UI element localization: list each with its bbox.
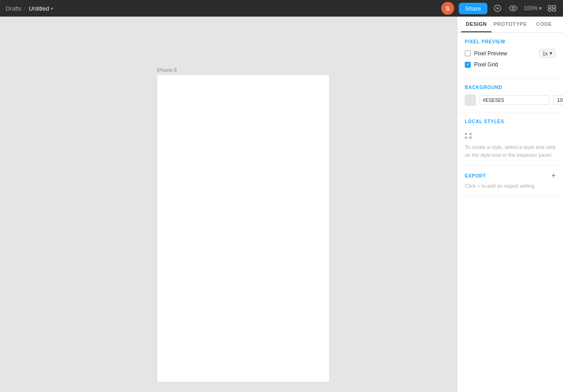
pixel-grid-label: Pixel Grid (474, 61, 498, 68)
svg-rect-6 (552, 6, 556, 8)
pixel-preview-checkbox[interactable] (465, 50, 471, 56)
document-title[interactable]: Untitled ▾ (29, 5, 53, 12)
library-button[interactable] (546, 3, 557, 14)
right-panel: DESIGN PROTOTYPE CODE PIXEL PREVIEW Pixe… (457, 17, 563, 392)
color-hex-input[interactable] (480, 95, 550, 105)
main-layout: iPhone 8 DESIGN PROTOTYPE CODE PIXEL PRE… (0, 17, 563, 392)
svg-rect-5 (548, 9, 551, 11)
background-section: BACKGROUND (457, 78, 563, 113)
frame-canvas[interactable] (157, 75, 330, 382)
color-swatch[interactable] (465, 95, 476, 106)
export-hint: Click + to add an export setting (465, 183, 556, 189)
canvas-area[interactable]: iPhone 8 (0, 17, 457, 392)
tab-code[interactable]: CODE (529, 17, 559, 32)
breadcrumb: Drafts / Untitled ▾ (6, 5, 53, 12)
pixel-grid-row: Pixel Grid (465, 61, 556, 68)
export-section: EXPORT + Click + to add an export settin… (457, 166, 563, 196)
title-chevron-icon: ▾ (51, 6, 53, 11)
svg-point-2 (510, 6, 517, 11)
avatar[interactable]: S (441, 2, 454, 15)
styles-grid-icon (465, 133, 472, 139)
frame-wrapper: iPhone 8 (157, 67, 330, 382)
svg-rect-7 (552, 9, 556, 11)
opacity-input[interactable] (553, 95, 563, 105)
export-title: EXPORT (465, 173, 486, 178)
background-row (465, 95, 556, 106)
panel-tabs: DESIGN PROTOTYPE CODE (457, 17, 563, 33)
pixel-grid-checkbox[interactable] (465, 62, 471, 68)
local-styles-title: LOCAL STYLES (465, 119, 556, 124)
local-styles-section: LOCAL STYLES To create a style, select a… (457, 113, 563, 166)
tab-prototype[interactable]: PROTOTYPE (492, 17, 529, 32)
topbar-actions: S Share 100% ▾ (441, 2, 557, 15)
topbar: Drafts / Untitled ▾ S Share 100% ▾ (0, 0, 563, 17)
breadcrumb-separator: / (24, 5, 26, 12)
tab-design[interactable]: DESIGN (461, 17, 492, 32)
background-title: BACKGROUND (465, 85, 556, 90)
pixel-preview-label: Pixel Preview (474, 50, 507, 57)
local-styles-hint: To create a style, select a layer and cl… (465, 143, 556, 159)
svg-point-3 (512, 7, 515, 10)
export-header: EXPORT + (465, 172, 556, 179)
play-button[interactable] (492, 3, 503, 14)
drafts-link[interactable]: Drafts (6, 5, 22, 12)
share-button[interactable]: Share (459, 3, 488, 14)
frame-label: iPhone 8 (157, 67, 330, 73)
export-add-button[interactable]: + (551, 172, 556, 179)
zoom-control[interactable]: 100% ▾ (523, 5, 542, 12)
svg-marker-1 (497, 7, 499, 10)
pixel-preview-title: PIXEL PREVIEW (465, 39, 556, 44)
zoom-dropdown[interactable]: 1x ▾ (539, 49, 556, 58)
svg-rect-4 (548, 6, 551, 8)
pixel-preview-row: Pixel Preview 1x ▾ (465, 49, 556, 58)
eye-button[interactable] (508, 3, 519, 14)
pixel-preview-section: PIXEL PREVIEW Pixel Preview 1x ▾ Pixel G… (457, 33, 563, 78)
